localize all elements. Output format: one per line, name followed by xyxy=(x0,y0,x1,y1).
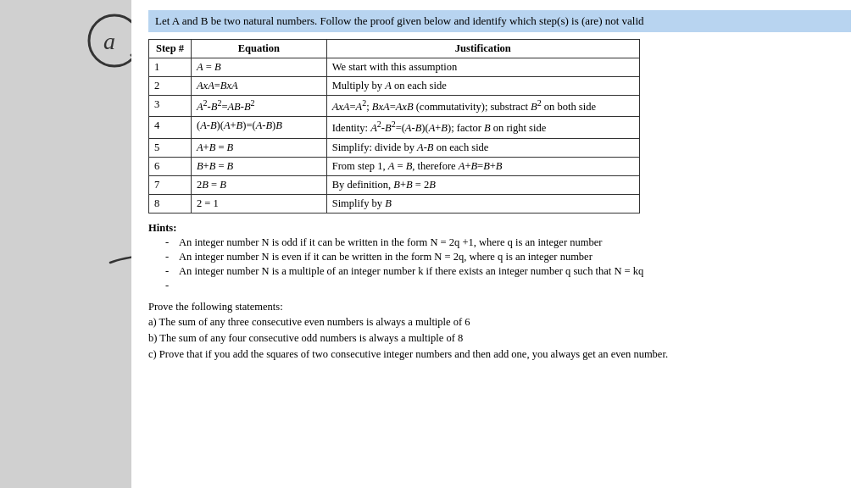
hint-item xyxy=(165,280,851,292)
col-header-justification: Justification xyxy=(326,40,639,58)
col-header-equation: Equation xyxy=(191,40,326,58)
hint-item: An integer number N is a multiple of an … xyxy=(165,265,851,278)
hints-list: An integer number N is odd if it can be … xyxy=(148,236,851,292)
equation-cell: 2 = 1 xyxy=(191,194,326,213)
justification-cell: Multiply by A on each side xyxy=(326,77,639,96)
step-num: 3 xyxy=(149,96,192,117)
question-header: Let A and B be two natural numbers. Foll… xyxy=(148,10,851,32)
table-row: 7 2B = B By definition, B+B = 2B xyxy=(149,175,640,194)
step-num: 2 xyxy=(149,77,192,96)
prove-intro: Prove the following statements: xyxy=(148,299,851,315)
equation-cell: A = B xyxy=(191,58,326,77)
justification-cell: From step 1, A = B, therefore A+B=B+B xyxy=(326,157,639,175)
equation-cell: A2-B2=AB-B2 xyxy=(191,96,326,117)
step-num: 4 xyxy=(149,117,192,138)
table-row: 3 A2-B2=AB-B2 AxA=A2; BxA=AxB (commutati… xyxy=(149,96,640,117)
step-num: 7 xyxy=(149,175,192,194)
table-row: 1 A = B We start with this assumption xyxy=(149,58,640,77)
justification-cell: We start with this assumption xyxy=(326,58,639,77)
col-header-step: Step # xyxy=(149,40,192,58)
table-row: 4 (A-B)(A+B)=(A-B)B Identity: A2-B2=(A-B… xyxy=(149,117,640,138)
left-margin xyxy=(0,0,131,488)
prove-part-c: c) Prove that if you add the squares of … xyxy=(148,347,851,363)
hint-item: An integer number N is even if it can be… xyxy=(165,251,851,263)
table-row: 8 2 = 1 Simplify by B xyxy=(149,194,640,213)
justification-cell: By definition, B+B = 2B xyxy=(326,175,639,194)
equation-cell: 2B = B xyxy=(191,175,326,194)
table-row: 6 B+B = B From step 1, A = B, therefore … xyxy=(149,157,640,175)
hints-section: Hints: An integer number N is odd if it … xyxy=(148,222,851,292)
equation-cell: A+B = B xyxy=(191,138,326,157)
justification-cell: Simplify by B xyxy=(326,194,639,213)
proof-table: Step # Equation Justification 1 A = B We… xyxy=(148,39,640,213)
step-num: 8 xyxy=(149,194,192,213)
justification-cell: Identity: A2-B2=(A-B)(A+B); factor B on … xyxy=(326,117,639,138)
equation-cell: AxA=BxA xyxy=(191,77,326,96)
table-row: 2 AxA=BxA Multiply by A on each side xyxy=(149,77,640,96)
step-num: 1 xyxy=(149,58,192,77)
prove-part-a: a) The sum of any three consecutive even… xyxy=(148,314,851,330)
step-num: 5 xyxy=(149,138,192,157)
table-row: 5 A+B = B Simplify: divide by A-B on eac… xyxy=(149,138,640,157)
page-content: Let A and B be two natural numbers. Foll… xyxy=(131,0,868,488)
prove-section: Prove the following statements: a) The s… xyxy=(148,299,851,363)
prove-part-b: b) The sum of any four consecutive odd n… xyxy=(148,330,851,347)
hints-title: Hints: xyxy=(148,222,176,234)
step-num: 6 xyxy=(149,157,192,175)
equation-cell: B+B = B xyxy=(191,157,326,175)
justification-cell: Simplify: divide by A-B on each side xyxy=(326,138,639,157)
equation-cell: (A-B)(A+B)=(A-B)B xyxy=(191,117,326,138)
question-text: Let A and B be two natural numbers. Foll… xyxy=(155,14,644,27)
hint-item: An integer number N is odd if it can be … xyxy=(165,236,851,249)
justification-cell: AxA=A2; BxA=AxB (commutativity); substra… xyxy=(326,96,639,117)
